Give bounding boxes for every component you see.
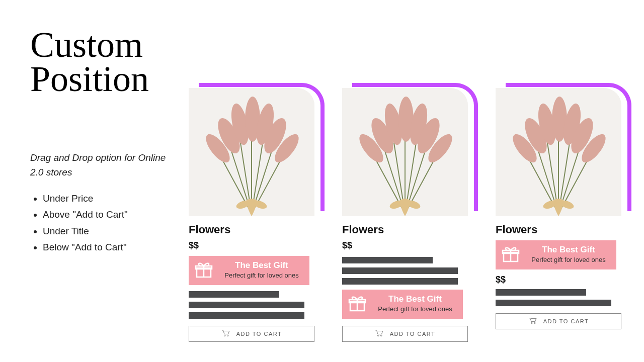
product-title: Flowers	[342, 223, 478, 236]
gift-badge-title: The Best Gift	[219, 261, 304, 270]
gift-badge: The Best Gift Perfect gift for loved one…	[496, 240, 616, 269]
page-title: Custom Position	[30, 28, 149, 97]
gift-badge-title: The Best Gift	[526, 245, 611, 255]
cart-icon	[375, 330, 384, 338]
text-bar	[342, 257, 433, 263]
svg-point-42	[377, 335, 378, 336]
product-image	[189, 88, 314, 216]
subtitle: Drag and Drop option for Online 2.0 stor…	[30, 151, 181, 179]
add-to-cart-button[interactable]: ADD TO CART	[342, 326, 468, 342]
gift-badge: The Best Gift Perfect gift for loved one…	[342, 290, 463, 319]
add-to-cart-button[interactable]: ADD TO CART	[496, 313, 621, 329]
svg-point-64	[531, 322, 532, 323]
heading-line-2: Position	[30, 59, 149, 99]
svg-point-65	[534, 322, 535, 323]
description-placeholder	[496, 289, 631, 306]
product-price: $$	[496, 275, 631, 285]
product-card: Flowers $$ The Best Gift Perfect gift fo…	[189, 88, 325, 342]
gift-badge: The Best Gift Perfect gift for loved one…	[189, 256, 309, 285]
product-price: $$	[342, 240, 478, 251]
cart-icon	[221, 330, 230, 338]
product-card: Flowers $$ The Best Gift Perfect gift fo…	[342, 88, 478, 342]
flower-illustration	[189, 88, 314, 216]
text-bar	[189, 312, 304, 319]
product-image-wrap	[342, 88, 468, 216]
product-title: Flowers	[189, 223, 325, 236]
gift-badge-subtitle: Perfect gift for loved ones	[219, 272, 304, 280]
text-bar	[189, 302, 304, 308]
list-item: Under Title	[43, 224, 184, 239]
svg-point-20	[224, 335, 225, 336]
add-to-cart-button[interactable]: ADD TO CART	[189, 326, 314, 342]
gift-icon	[194, 260, 214, 280]
product-cards: Flowers $$ The Best Gift Perfect gift fo…	[189, 88, 631, 342]
list-item: Under Price	[43, 191, 184, 206]
svg-point-43	[380, 335, 381, 336]
text-bar	[342, 267, 458, 274]
gift-icon	[501, 244, 521, 264]
product-card: Flowers The Best Gift Perfect gift for l…	[496, 88, 631, 342]
add-to-cart-label: ADD TO CART	[390, 331, 435, 337]
gift-badge-text: The Best Gift Perfect gift for loved one…	[219, 261, 304, 279]
text-bar	[342, 278, 458, 285]
text-bar	[496, 300, 611, 306]
text-bar	[189, 291, 279, 298]
description-placeholder	[342, 257, 478, 285]
gift-badge-subtitle: Perfect gift for loved ones	[372, 305, 458, 313]
product-image-wrap	[189, 88, 314, 216]
product-image	[342, 88, 468, 216]
product-title: Flowers	[496, 223, 631, 236]
gift-badge-title: The Best Gift	[372, 295, 458, 304]
list-item: Above "Add to Cart"	[43, 207, 184, 222]
flower-illustration	[496, 88, 621, 216]
gift-icon	[347, 294, 367, 314]
svg-point-21	[227, 335, 228, 336]
product-price: $$	[189, 240, 325, 251]
gift-badge-text: The Best Gift Perfect gift for loved one…	[526, 245, 611, 263]
gift-badge-subtitle: Perfect gift for loved ones	[526, 256, 611, 264]
product-image-wrap	[496, 88, 621, 216]
gift-badge-text: The Best Gift Perfect gift for loved one…	[372, 295, 458, 313]
options-list: Under Price Above "Add to Cart" Under Ti…	[43, 191, 184, 256]
cart-icon	[528, 317, 537, 325]
text-bar	[496, 289, 586, 296]
description-placeholder	[189, 291, 325, 319]
add-to-cart-label: ADD TO CART	[543, 318, 589, 324]
list-item: Below "Add to Cart"	[43, 240, 184, 255]
product-image	[496, 88, 621, 216]
add-to-cart-label: ADD TO CART	[236, 331, 282, 337]
flower-illustration	[342, 88, 468, 216]
